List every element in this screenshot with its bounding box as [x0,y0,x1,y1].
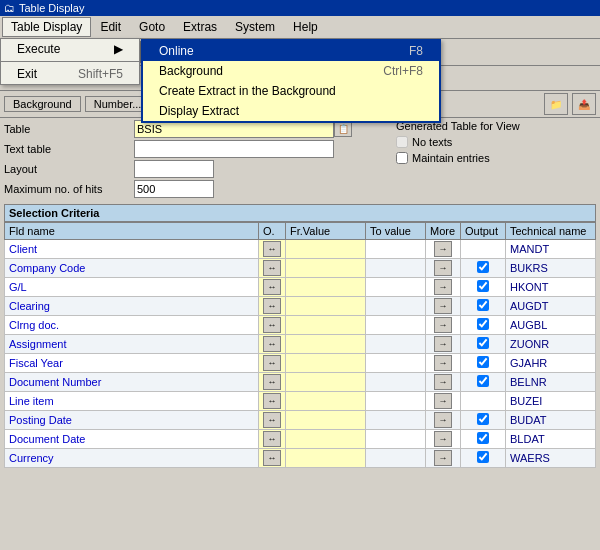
online-shortcut: F8 [409,44,423,58]
output-checkbox-1[interactable] [477,261,489,273]
select-options-btn-0[interactable]: ↔ [263,241,281,257]
menu-goto[interactable]: Goto [130,17,174,37]
more-btn-0[interactable]: → [434,241,452,257]
select-options-btn-1[interactable]: ↔ [263,260,281,276]
table-browse-btn[interactable]: 📋 [334,121,352,137]
tech-name-7: BELNR [510,376,547,388]
title-bar-text: Table Display [19,2,84,14]
field-name-8: Line item [9,395,54,407]
output-checkbox-4[interactable] [477,318,489,330]
background-shortcut: Ctrl+F8 [383,64,423,78]
field-name-7: Document Number [9,376,101,388]
field-name-10: Document Date [9,433,85,445]
execute-arrow: ▶ [114,42,123,56]
tech-name-1: BUKRS [510,262,548,274]
table-row: G/L↔→HKONT [5,278,596,297]
text-table-input[interactable] [134,140,334,158]
select-options-btn-11[interactable]: ↔ [263,450,281,466]
form-section: Table 📋 Text table Layout Maximum no. of… [4,120,596,200]
output-checkbox-3[interactable] [477,299,489,311]
output-checkbox-11[interactable] [477,451,489,463]
select-options-btn-6[interactable]: ↔ [263,355,281,371]
col-header-o: O. [259,223,286,240]
maintain-entries-checkbox[interactable] [396,152,408,164]
no-texts-row: No texts [396,136,596,148]
right-form: Generated Table for View No texts Mainta… [396,120,596,200]
output-checkbox-2[interactable] [477,280,489,292]
tech-name-6: GJAHR [510,357,547,369]
selection-criteria-header: Selection Criteria [4,204,596,222]
output-checkbox-9[interactable] [477,413,489,425]
table-row: Clrng doc.↔→AUGBL [5,316,596,335]
text-table-row: Text table [4,140,388,158]
table-row: Currency↔→WAERS [5,449,596,468]
layout-input[interactable] [134,160,214,178]
menu-help[interactable]: Help [284,17,327,37]
table-row: Client↔→MANDT [5,240,596,259]
action-icon-2[interactable]: 📤 [572,93,596,115]
tech-name-4: AUGBL [510,319,547,331]
menu-extras[interactable]: Extras [174,17,226,37]
menu-bar: Table Display Edit Goto Extras System He… [0,16,600,39]
display-extract-item[interactable]: Display Extract [143,101,439,121]
more-btn-9[interactable]: → [434,412,452,428]
background-action-btn[interactable]: Background [4,96,81,112]
field-name-6: Fiscal Year [9,357,63,369]
select-options-btn-3[interactable]: ↔ [263,298,281,314]
background-item[interactable]: Background Ctrl+F8 [143,61,439,81]
create-extract-item[interactable]: Create Extract in the Background [143,81,439,101]
no-texts-checkbox[interactable] [396,136,408,148]
output-checkbox-7[interactable] [477,375,489,387]
more-btn-2[interactable]: → [434,279,452,295]
select-options-btn-2[interactable]: ↔ [263,279,281,295]
create-extract-label: Create Extract in the Background [159,84,336,98]
field-name-9: Posting Date [9,414,72,426]
col-header-tovalue: To value [366,223,426,240]
execute-label: Execute [17,42,60,56]
tech-name-2: HKONT [510,281,549,293]
exit-item[interactable]: Exit Shift+F5 [1,64,139,84]
menu-edit[interactable]: Edit [91,17,130,37]
table-row: Assignment↔→ZUONR [5,335,596,354]
more-btn-1[interactable]: → [434,260,452,276]
table-row: Clearing↔→AUGDT [5,297,596,316]
tech-name-10: BLDAT [510,433,545,445]
col-header-fldname: Fld name [5,223,259,240]
output-checkbox-6[interactable] [477,356,489,368]
max-hits-row: Maximum no. of hits [4,180,388,198]
menu-system[interactable]: System [226,17,284,37]
more-btn-5[interactable]: → [434,336,452,352]
more-btn-7[interactable]: → [434,374,452,390]
execute-item[interactable]: Execute ▶ [1,39,139,59]
more-btn-8[interactable]: → [434,393,452,409]
more-btn-4[interactable]: → [434,317,452,333]
tech-name-8: BUZEI [510,395,542,407]
select-options-btn-9[interactable]: ↔ [263,412,281,428]
output-checkbox-10[interactable] [477,432,489,444]
select-options-btn-5[interactable]: ↔ [263,336,281,352]
tech-name-9: BUDAT [510,414,546,426]
more-btn-10[interactable]: → [434,431,452,447]
menu-divider [1,61,139,62]
more-btn-3[interactable]: → [434,298,452,314]
field-name-11: Currency [9,452,54,464]
maintain-entries-label: Maintain entries [412,152,490,164]
field-name-3: Clearing [9,300,50,312]
main-content: Table 📋 Text table Layout Maximum no. of… [0,118,600,470]
select-options-btn-8[interactable]: ↔ [263,393,281,409]
menu-tabledisplay[interactable]: Table Display [2,17,91,37]
more-btn-6[interactable]: → [434,355,452,371]
output-checkbox-5[interactable] [477,337,489,349]
online-item[interactable]: Online F8 [143,41,439,61]
select-options-btn-4[interactable]: ↔ [263,317,281,333]
max-hits-input[interactable] [134,180,214,198]
field-name-2: G/L [9,281,27,293]
action-icon-1[interactable]: 📁 [544,93,568,115]
select-options-btn-7[interactable]: ↔ [263,374,281,390]
more-btn-11[interactable]: → [434,450,452,466]
select-options-btn-10[interactable]: ↔ [263,431,281,447]
online-dropdown: Online F8 Background Ctrl+F8 Create Extr… [141,39,441,123]
col-header-frvalue: Fr.Value [286,223,366,240]
title-bar: 🗂 Table Display [0,0,600,16]
maintain-entries-row: Maintain entries [396,152,596,164]
